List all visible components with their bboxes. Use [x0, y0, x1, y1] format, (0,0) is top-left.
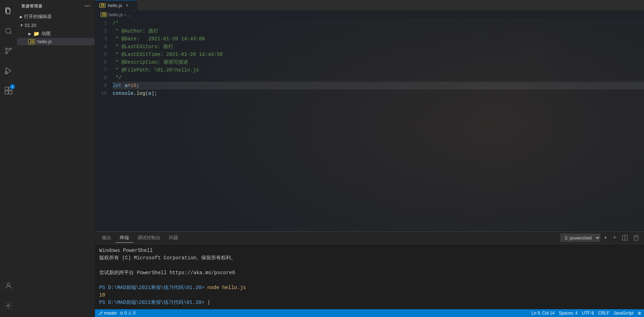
tab-output[interactable]: 输出	[98, 233, 115, 242]
open-editors-arrow: ▶	[20, 15, 23, 19]
svg-point-4	[10, 48, 12, 50]
code-line-5: * @LastEditTime: 2021-01-20 14:44:58	[113, 51, 644, 58]
code-line-8: */	[113, 74, 644, 82]
settings-icon[interactable]	[0, 297, 17, 314]
folder-arrow-icon: ▶	[28, 32, 31, 36]
terminal-line-4: 尝试新的跨平台 PowerShell https://aka.ms/pscore…	[99, 269, 640, 277]
svg-rect-10	[5, 91, 8, 94]
svg-rect-16	[634, 236, 638, 240]
source-control-icon[interactable]	[0, 42, 17, 59]
code-line-3: * @Date: 2021-01-20 14:43:00	[113, 35, 644, 43]
terminal-actions: 3: powershell ▾ +	[560, 234, 641, 242]
svg-rect-9	[9, 87, 12, 90]
breadcrumb-js-icon: JS	[101, 12, 107, 17]
sidebar-header: 资源管理器 ···	[17, 0, 95, 12]
new-terminal-button[interactable]: +	[611, 234, 618, 242]
terminal-tabs: 输出 终端 调试控制台 问题 3: powershell ▾ +	[95, 232, 644, 244]
account-icon[interactable]	[0, 277, 17, 294]
svg-rect-11	[9, 91, 12, 94]
svg-point-13	[7, 305, 10, 307]
status-branch[interactable]: ⎇ master	[98, 311, 117, 316]
code-line-4: * @LastEditors: 路灯	[113, 43, 644, 51]
terminal-line-2: 版权所有 (C) Microsoft Corporation。保留所有权利。	[99, 254, 640, 262]
tab-close-button[interactable]: ×	[126, 2, 129, 8]
search-icon[interactable]	[0, 23, 17, 40]
status-right: Ln 9, Col 14 Spaces: 4 UTF-8 CRLF JavaSc…	[532, 311, 641, 316]
run-icon[interactable]	[0, 62, 17, 79]
code-line-1: /*	[113, 19, 644, 27]
svg-point-2	[6, 28, 11, 33]
breadcrumb-filename[interactable]: hello.js	[108, 12, 123, 17]
more-options-button[interactable]: ···	[85, 3, 90, 9]
status-bar: ⎇ master ⊙ 0 ⚠ 0 Ln 9, Col 14 Spaces: 4 …	[95, 309, 644, 317]
tab-js-icon: JS	[99, 3, 106, 8]
split-terminal-button[interactable]	[620, 234, 630, 241]
open-editors-section[interactable]: ▶ 打开的编辑器	[17, 12, 95, 21]
extensions-icon[interactable]	[0, 82, 17, 99]
sidebar-title: 资源管理器	[21, 4, 43, 9]
svg-marker-6	[6, 68, 11, 74]
terminal-panel: 输出 终端 调试控制台 问题 3: powershell ▾ +	[95, 231, 644, 309]
activity-bar	[0, 0, 17, 317]
kill-terminal-button[interactable]	[631, 234, 641, 241]
svg-rect-1	[6, 9, 10, 14]
svg-point-3	[6, 48, 7, 50]
code-content[interactable]: /* * @Author: 路灯 * @Date: 2021-01-20 14:…	[113, 19, 644, 231]
open-editors-label: 打开的编辑器	[24, 13, 52, 20]
svg-point-5	[6, 52, 7, 54]
line-numbers: 1 2 3 4 5 6 7 8 9 10	[95, 19, 113, 231]
tab-filename: hello.js	[108, 3, 122, 8]
status-notifications[interactable]: ⊕	[638, 311, 641, 316]
status-eol[interactable]: CRLF	[598, 311, 609, 316]
folder-0120-label: 01.20	[25, 23, 36, 28]
breadcrumb: JS hello.js › ...	[95, 11, 644, 19]
sidebar: 资源管理器 ··· ▶ 打开的编辑器 ▼ 01.20 ▶ 📁 动图 JS hel…	[17, 0, 95, 317]
svg-point-12	[7, 283, 10, 286]
tab-terminal[interactable]: 终端	[115, 233, 133, 243]
sidebar-section-open-editors: ▶ 打开的编辑器	[17, 12, 95, 21]
status-left: ⎇ master ⊙ 0 ⚠ 0	[98, 311, 135, 316]
folder-icon: 📁	[33, 31, 39, 36]
folder-0120-section[interactable]: ▼ 01.20	[17, 21, 95, 29]
status-encoding[interactable]: UTF-8	[582, 311, 594, 316]
breadcrumb-separator: ›	[124, 12, 126, 17]
folder-0120-arrow: ▼	[20, 23, 23, 27]
tab-debug-console[interactable]: 调试控制台	[133, 233, 165, 242]
editor-area[interactable]: 1 2 3 4 5 6 7 8 9 10 /* * @Author: 路灯 * …	[95, 19, 644, 231]
status-errors[interactable]: ⊙ 0 ⚠ 0	[120, 311, 135, 316]
tab-bar: JS hello.js ×	[95, 0, 644, 11]
folder-dongtu[interactable]: ▶ 📁 动图	[17, 29, 95, 38]
tab-problems[interactable]: 问题	[165, 233, 182, 242]
terminal-content[interactable]: Windows PowerShell 版权所有 (C) Microsoft Co…	[95, 244, 644, 309]
file-hello-js-label: hello.js	[37, 39, 51, 44]
files-icon[interactable]	[0, 3, 17, 20]
tab-hello-js[interactable]: JS hello.js ×	[95, 0, 137, 10]
code-line-6: * @Description: 请填写描述	[113, 58, 644, 66]
terminal-line-8: PS D:\MAD前端\2021寒假\练习代码\01.20>	[99, 299, 640, 306]
terminal-line-1: Windows PowerShell	[99, 247, 640, 254]
code-line-10: console.log(a);	[113, 90, 644, 97]
status-position[interactable]: Ln 9, Col 14	[532, 311, 555, 316]
terminal-dropdown-button[interactable]: ▾	[602, 234, 610, 242]
terminal-line-7: 10	[99, 292, 640, 299]
code-line-9: let a=10;	[113, 82, 644, 90]
sidebar-header-icons: ···	[85, 3, 90, 9]
code-line-2: * @Author: 路灯	[113, 27, 644, 35]
file-hello-js[interactable]: JS hello.js	[17, 38, 95, 45]
terminal-line-3	[99, 262, 640, 269]
shell-selector[interactable]: 3: powershell	[560, 234, 600, 242]
svg-rect-8	[5, 87, 8, 90]
code-line-7: * @FilePath: \01.20\hello.js	[113, 66, 644, 74]
terminal-line-6: PS D:\MAD前端\2021寒假\练习代码\01.20> node hell…	[99, 284, 640, 292]
sidebar-section-0120: ▼ 01.20 ▶ 📁 动图 JS hello.js	[17, 21, 95, 45]
terminal-line-5	[99, 277, 640, 284]
breadcrumb-extra: ...	[127, 12, 131, 17]
folder-dongtu-label: 动图	[41, 30, 51, 37]
status-spaces[interactable]: Spaces: 4	[559, 311, 577, 316]
main-area: JS hello.js × JS hello.js › ... 1 2 3 4 …	[95, 0, 644, 317]
status-language[interactable]: JavaScript	[614, 311, 633, 316]
js-file-icon: JS	[28, 39, 35, 44]
